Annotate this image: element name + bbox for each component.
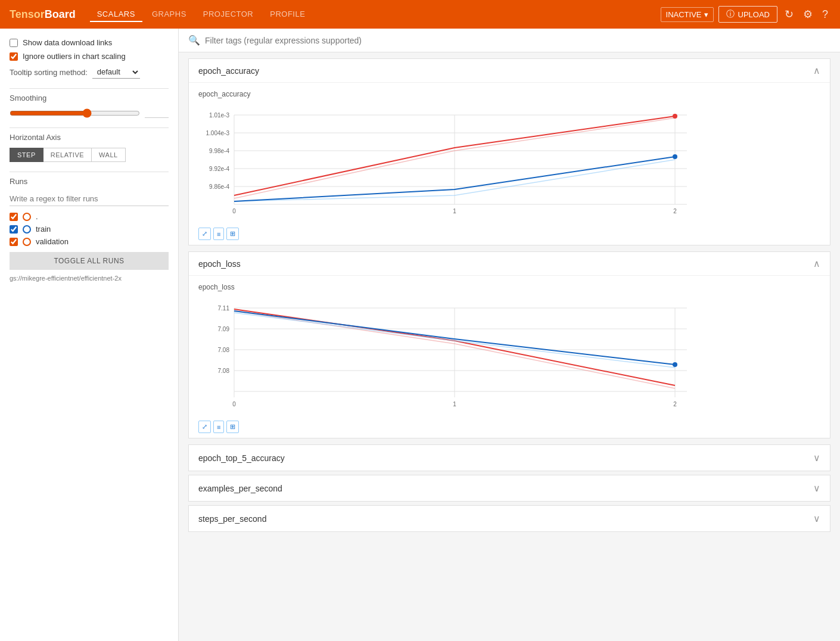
steps-per-second-section: steps_per_second ∨ xyxy=(188,505,830,532)
upload-label: UPLOAD xyxy=(738,10,770,19)
download-loss-chart-button[interactable]: ⊞ xyxy=(226,421,239,433)
ignore-outliers-checkbox[interactable] xyxy=(10,52,18,61)
smoothing-slider[interactable] xyxy=(10,108,140,118)
epoch-loss-section: epoch_loss ∧ epoch_loss xyxy=(188,251,830,438)
list-view-button[interactable]: ≡ xyxy=(213,228,224,240)
sidebar: Show data download links Ignore outliers… xyxy=(0,29,179,641)
svg-text:9.98e-4: 9.98e-4 xyxy=(209,148,229,154)
run-validation-circle xyxy=(23,238,31,246)
axis-buttons: STEP RELATIVE WALL xyxy=(10,148,169,162)
toggle-all-runs-button[interactable]: TOGGLE ALL RUNS xyxy=(10,252,169,270)
filter-tags-input[interactable] xyxy=(205,36,830,45)
smoothing-value-input[interactable]: 0.6 xyxy=(145,108,169,118)
dropdown-arrow-icon: ▾ xyxy=(704,10,708,19)
nav-right: INACTIVE ▾ ⓘ UPLOAD ↻ ⚙ ? xyxy=(661,5,830,23)
smoothing-label: Smoothing xyxy=(10,94,169,102)
steps-per-second-header[interactable]: steps_per_second ∨ xyxy=(189,506,830,531)
brand-logo: TensorBoard xyxy=(10,8,76,21)
examples-per-second-chevron-icon: ∨ xyxy=(813,483,820,494)
epoch-top5-title: epoch_top_5_accuracy xyxy=(198,453,285,463)
expand-chart-button[interactable]: ⤢ xyxy=(198,228,211,240)
slider-row: 0.6 xyxy=(10,108,169,118)
status-dropdown[interactable]: INACTIVE ▾ xyxy=(661,7,714,22)
svg-text:1: 1 xyxy=(453,208,456,214)
epoch-top5-section: epoch_top_5_accuracy ∨ xyxy=(188,444,830,471)
svg-text:2: 2 xyxy=(673,208,677,214)
axis-step-button[interactable]: STEP xyxy=(10,148,43,162)
run-validation-label: validation xyxy=(36,237,69,246)
svg-text:7.11: 7.11 xyxy=(218,305,230,312)
svg-point-18 xyxy=(673,154,677,159)
svg-text:0: 0 xyxy=(232,208,236,214)
expand-loss-chart-button[interactable]: ⤢ xyxy=(198,421,211,433)
examples-per-second-title: examples_per_second xyxy=(198,484,282,493)
help-button[interactable]: ? xyxy=(820,6,830,23)
nav-projector[interactable]: PROJECTOR xyxy=(196,7,260,22)
svg-text:1.01e-3: 1.01e-3 xyxy=(209,112,229,119)
epoch-loss-chart-label: epoch_loss xyxy=(198,283,820,291)
axis-label: Horizontal Axis xyxy=(10,133,169,142)
download-chart-button[interactable]: ⊞ xyxy=(226,228,239,240)
runs-label: Runs xyxy=(10,177,169,186)
run-dot-circle xyxy=(23,213,31,221)
tooltip-method-select[interactable]: default xyxy=(92,66,140,79)
svg-text:0: 0 xyxy=(232,401,236,407)
settings-button[interactable]: ⚙ xyxy=(801,5,815,23)
epoch-loss-chart-container: 7.11 7.09 7.08 7.08 0 1 2 xyxy=(198,296,820,417)
axis-wall-button[interactable]: WALL xyxy=(92,148,126,162)
run-train-circle xyxy=(23,225,31,234)
filter-search-icon: 🔍 xyxy=(188,35,200,46)
run-dot-label: . xyxy=(36,212,38,221)
epoch-accuracy-chart-container: 1.01e-3 1.004e-3 9.98e-4 9.92e-4 9.86e-4… xyxy=(198,103,820,224)
epoch-loss-svg: 7.11 7.09 7.08 7.08 0 1 2 xyxy=(198,296,711,415)
brand-tensor: Tensor xyxy=(10,8,45,20)
examples-per-second-section: examples_per_second ∨ xyxy=(188,475,830,502)
smoothing-section: Smoothing 0.6 xyxy=(10,94,169,118)
navbar: TensorBoard SCALARS GRAPHS PROJECTOR PRO… xyxy=(0,0,840,29)
run-validation-checkbox[interactable] xyxy=(10,238,18,246)
nav-scalars[interactable]: SCALARS xyxy=(90,7,142,22)
svg-text:1.004e-3: 1.004e-3 xyxy=(206,130,230,136)
epoch-accuracy-chart-icons: ⤢ ≡ ⊞ xyxy=(198,228,820,240)
svg-text:7.08: 7.08 xyxy=(218,347,230,353)
epoch-top5-header[interactable]: epoch_top_5_accuracy ∨ xyxy=(189,445,830,471)
ignore-outliers-label: Ignore outliers in chart scaling xyxy=(23,52,126,61)
tooltip-method-label: Tooltip sorting method: xyxy=(10,68,88,77)
upload-icon: ⓘ xyxy=(726,9,735,20)
show-download-checkbox[interactable] xyxy=(10,39,18,47)
epoch-accuracy-chart-label: epoch_accuracy xyxy=(198,90,820,98)
steps-per-second-chevron-icon: ∨ xyxy=(813,513,820,524)
display-options-section: Show data download links Ignore outliers… xyxy=(10,38,169,79)
main-content: 🔍 epoch_accuracy ∧ epoch_accuracy xyxy=(179,29,840,641)
epoch-accuracy-chevron-icon: ∧ xyxy=(813,65,820,76)
epoch-top5-chevron-icon: ∨ xyxy=(813,452,820,463)
svg-text:7.08: 7.08 xyxy=(218,368,230,374)
list-loss-view-button[interactable]: ≡ xyxy=(213,421,224,433)
divider-3 xyxy=(10,172,169,172)
divider-2 xyxy=(10,127,169,128)
ignore-outliers-row: Ignore outliers in chart scaling xyxy=(10,52,169,61)
nav-graphs[interactable]: GRAPHS xyxy=(145,7,194,22)
show-download-row: Show data download links xyxy=(10,38,169,47)
examples-per-second-header[interactable]: examples_per_second ∨ xyxy=(189,475,830,501)
svg-text:7.09: 7.09 xyxy=(218,326,230,332)
epoch-loss-header[interactable]: epoch_loss ∧ xyxy=(189,252,830,276)
run-item-dot: . xyxy=(10,212,169,221)
upload-button[interactable]: ⓘ UPLOAD xyxy=(718,6,777,23)
run-item-train: train xyxy=(10,225,169,234)
nav-profile[interactable]: PROFILE xyxy=(263,7,312,22)
refresh-button[interactable]: ↻ xyxy=(782,5,796,23)
axis-relative-button[interactable]: RELATIVE xyxy=(43,148,92,162)
svg-point-17 xyxy=(673,114,677,119)
axis-section: Horizontal Axis STEP RELATIVE WALL xyxy=(10,133,169,162)
epoch-accuracy-header[interactable]: epoch_accuracy ∧ xyxy=(189,59,830,83)
run-dot-checkbox[interactable] xyxy=(10,213,18,221)
runs-filter-input[interactable] xyxy=(10,192,169,206)
runs-section: Runs . train validation TOGGLE ALL RUNS … xyxy=(10,177,169,282)
show-download-label: Show data download links xyxy=(23,38,112,47)
svg-text:9.92e-4: 9.92e-4 xyxy=(209,166,229,172)
epoch-loss-title: epoch_loss xyxy=(198,259,241,269)
run-train-checkbox[interactable] xyxy=(10,225,18,234)
svg-text:9.86e-4: 9.86e-4 xyxy=(209,183,229,190)
app-body: Show data download links Ignore outliers… xyxy=(0,29,840,641)
